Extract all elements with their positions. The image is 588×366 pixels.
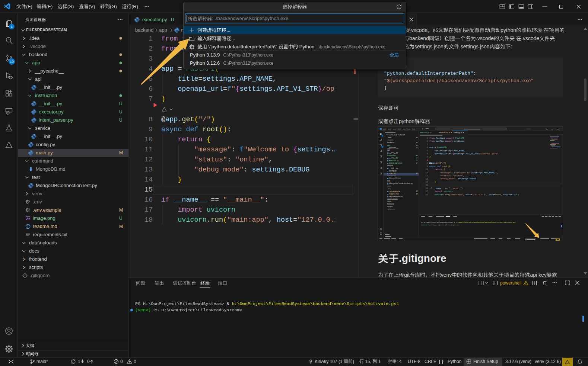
svg-text:10: 10 — [10, 60, 13, 64]
svg-text:1: 1 — [11, 25, 13, 29]
